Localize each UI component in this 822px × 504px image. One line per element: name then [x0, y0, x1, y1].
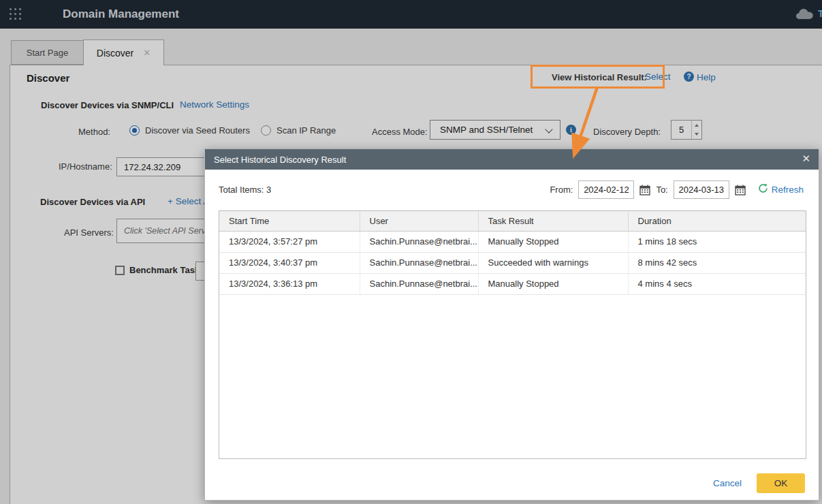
from-label: From:	[550, 185, 573, 195]
column-header-start-time[interactable]: Start Time	[219, 211, 360, 231]
table-cell: 8 mins 42 secs	[628, 252, 806, 273]
historical-result-dialog: Select Historical Discovery Result ✕ Tot…	[204, 148, 819, 501]
table-cell: Manually Stopped	[478, 273, 628, 294]
to-label: To:	[656, 185, 667, 195]
historical-results-table: Start Time User Task Result Duration 13/…	[219, 210, 806, 459]
from-calendar-icon[interactable]	[639, 185, 650, 195]
ok-button[interactable]: OK	[757, 473, 805, 493]
dialog-title: Select Historical Discovery Result	[214, 155, 346, 165]
table-cell: Sachin.Punnase@netbrai...	[360, 273, 478, 294]
to-calendar-icon[interactable]	[735, 185, 746, 195]
table-cell: Sachin.Punnase@netbrai...	[360, 252, 478, 273]
table-cell: 13/3/2024, 3:36:13 pm	[219, 273, 360, 294]
dialog-close-icon[interactable]: ✕	[802, 153, 810, 165]
refresh-icon	[758, 183, 768, 196]
table-row[interactable]: 13/3/2024, 3:57:27 pmSachin.Punnase@netb…	[219, 231, 806, 252]
column-header-user[interactable]: User	[360, 211, 478, 231]
table-cell: Sachin.Punnase@netbrai...	[360, 231, 478, 252]
dialog-title-bar[interactable]: Select Historical Discovery Result ✕	[205, 149, 819, 170]
table-cell: 1 mins 18 secs	[628, 231, 806, 252]
from-date-input[interactable]	[578, 180, 634, 199]
table-cell: Manually Stopped	[478, 231, 628, 252]
table-cell: Succeeded with warnings	[478, 252, 628, 273]
refresh-button[interactable]: Refresh	[758, 183, 804, 196]
table-cell: 4 mins 4 secs	[628, 273, 806, 294]
refresh-label: Refresh	[772, 185, 804, 195]
dialog-footer: Cancel OK	[713, 473, 805, 493]
date-filter-row: From: To:	[550, 180, 804, 199]
table-cell: 13/3/2024, 3:57:27 pm	[219, 231, 360, 252]
to-date-input[interactable]	[674, 180, 729, 199]
domain-management-window: Domain Management T Start Page Discover …	[0, 0, 822, 504]
total-items-label: Total Items: 3	[219, 185, 271, 195]
column-header-task-result[interactable]: Task Result	[478, 211, 628, 231]
table-row[interactable]: 13/3/2024, 3:36:13 pmSachin.Punnase@netb…	[219, 273, 806, 294]
column-header-duration[interactable]: Duration	[628, 211, 806, 231]
cancel-button[interactable]: Cancel	[713, 478, 742, 488]
table-row[interactable]: 13/3/2024, 3:40:37 pmSachin.Punnase@netb…	[219, 252, 806, 273]
table-cell: 13/3/2024, 3:40:37 pm	[219, 252, 360, 273]
table-header-row: Start Time User Task Result Duration	[219, 211, 806, 231]
